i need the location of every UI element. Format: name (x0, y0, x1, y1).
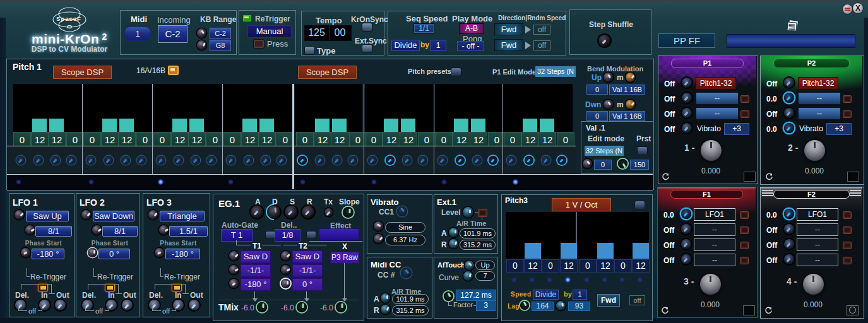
svg-text:SpaceF: SpaceF (56, 15, 81, 22)
